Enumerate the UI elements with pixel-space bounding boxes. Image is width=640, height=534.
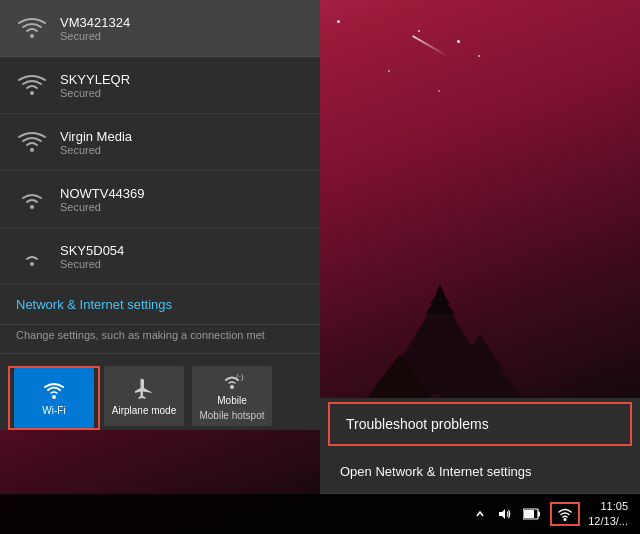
svg-point-8 bbox=[30, 148, 34, 152]
network-info-sky5d054: SKY5D054 Secured bbox=[60, 243, 124, 270]
network-item-sky5d054[interactable]: SKY5D054 Secured bbox=[0, 228, 320, 285]
network-name: Virgin Media bbox=[60, 129, 132, 144]
troubleshoot-item-container: Troubleshoot problems bbox=[320, 402, 640, 446]
wifi-active-icon bbox=[42, 381, 66, 401]
network-status: Secured bbox=[60, 201, 145, 213]
svg-point-10 bbox=[30, 262, 34, 266]
troubleshoot-problems-label: Troubleshoot problems bbox=[346, 416, 489, 432]
svg-marker-5 bbox=[425, 294, 455, 314]
network-context-panel: Troubleshoot problems Open Network & Int… bbox=[320, 398, 640, 494]
airplane-mode-label: Airplane mode bbox=[112, 405, 176, 416]
battery-icon[interactable] bbox=[520, 506, 544, 522]
network-flyout-panel: VM3421324 Secured SKYYLEQR Secured Virgi… bbox=[0, 0, 320, 430]
show-hidden-icons-button[interactable] bbox=[472, 507, 488, 521]
svg-text:(·): (·) bbox=[236, 372, 244, 381]
mobile-hotspot-label: Mobile bbox=[217, 395, 246, 406]
network-info-vm3421324: VM3421324 Secured bbox=[60, 15, 130, 42]
network-info-skyyleqr: SKYYLEQR Secured bbox=[60, 72, 130, 99]
network-name: SKYYLEQR bbox=[60, 72, 130, 87]
network-info-nowtv44369: NOWTV44369 Secured bbox=[60, 186, 145, 213]
network-icon-wrapper bbox=[550, 502, 580, 526]
svg-point-9 bbox=[30, 205, 34, 209]
network-info-virgin-media: Virgin Media Secured bbox=[60, 129, 132, 156]
svg-rect-16 bbox=[538, 512, 540, 517]
network-internet-settings-link[interactable]: Network & Internet settings bbox=[0, 285, 320, 325]
taskbar-clock[interactable]: 11:05 12/13/... bbox=[580, 499, 636, 530]
taskbar-date-display: 12/13/... bbox=[588, 514, 628, 529]
troubleshoot-problems-item[interactable]: Troubleshoot problems bbox=[328, 402, 632, 446]
chevron-up-icon bbox=[475, 509, 485, 519]
wifi-button-label: Wi-Fi bbox=[42, 405, 65, 416]
wifi-signal-icon bbox=[16, 69, 48, 101]
network-settings-description: Change settings, such as making a connec… bbox=[0, 325, 320, 354]
network-status: Secured bbox=[60, 87, 130, 99]
network-status: Secured bbox=[60, 144, 132, 156]
network-taskbar-icon bbox=[557, 507, 573, 521]
wifi-signal-icon bbox=[16, 240, 48, 272]
network-name: VM3421324 bbox=[60, 15, 130, 30]
taskbar-time-display: 11:05 bbox=[588, 499, 628, 514]
network-item-vm3421324[interactable]: VM3421324 Secured bbox=[0, 0, 320, 57]
system-tray bbox=[472, 502, 580, 526]
svg-point-11 bbox=[52, 395, 56, 399]
hotspot-icon: (·) bbox=[220, 371, 244, 391]
quick-actions-row: Wi-Fi Airplane mode (·) Mobile Mobile ho… bbox=[0, 354, 320, 442]
svg-point-18 bbox=[564, 518, 567, 521]
network-item-virgin-media[interactable]: Virgin Media Secured bbox=[0, 114, 320, 171]
svg-point-7 bbox=[30, 91, 34, 95]
wifi-signal-icon bbox=[16, 183, 48, 215]
svg-point-12 bbox=[230, 385, 234, 389]
taskbar: 11:05 12/13/... bbox=[0, 494, 640, 534]
volume-icon[interactable] bbox=[494, 505, 514, 523]
speaker-icon bbox=[497, 507, 511, 521]
wifi-signal-icon bbox=[16, 126, 48, 158]
network-name: SKY5D054 bbox=[60, 243, 124, 258]
shooting-star bbox=[412, 35, 448, 57]
airplane-mode-button[interactable]: Airplane mode bbox=[104, 366, 184, 426]
wifi-signal-icon bbox=[16, 12, 48, 44]
network-item-nowtv44369[interactable]: NOWTV44369 Secured bbox=[0, 171, 320, 228]
svg-marker-14 bbox=[499, 509, 505, 519]
wifi-button-wrapper: Wi-Fi bbox=[8, 366, 100, 430]
network-status: Secured bbox=[60, 30, 130, 42]
battery-indicator-icon bbox=[523, 508, 541, 520]
open-network-settings-item[interactable]: Open Network & Internet settings bbox=[320, 450, 640, 494]
network-status: Secured bbox=[60, 258, 124, 270]
airplane-icon bbox=[132, 377, 156, 401]
mobile-hotspot-button[interactable]: (·) Mobile Mobile hotspot bbox=[192, 366, 272, 426]
svg-rect-17 bbox=[524, 510, 534, 518]
network-item-skyyleqr[interactable]: SKYYLEQR Secured bbox=[0, 57, 320, 114]
network-name: NOWTV44369 bbox=[60, 186, 145, 201]
network-icon-button[interactable] bbox=[552, 504, 578, 524]
open-network-settings-label: Open Network & Internet settings bbox=[340, 464, 531, 479]
wifi-toggle-button[interactable]: Wi-Fi bbox=[14, 368, 94, 428]
svg-point-6 bbox=[30, 34, 34, 38]
mobile-hotspot-label2: Mobile hotspot bbox=[199, 410, 264, 421]
